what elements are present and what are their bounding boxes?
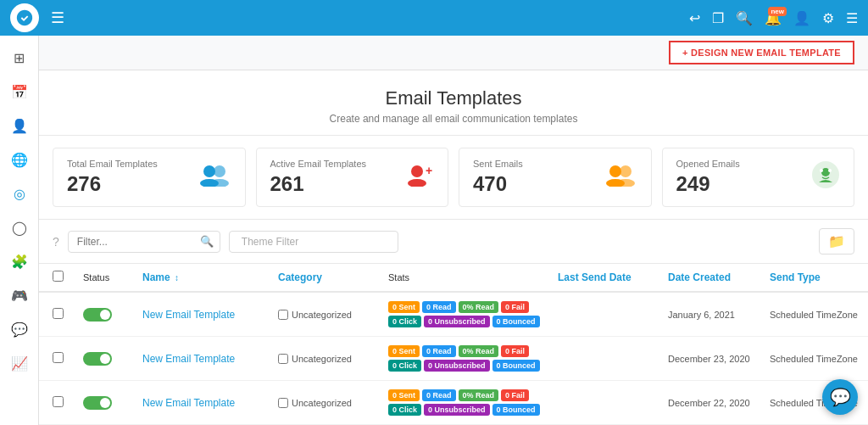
filter-help-icon[interactable]: ? [53,235,59,249]
template-name-link[interactable]: New Email Template [142,353,235,365]
stat-badge: 0 Sent [388,389,420,401]
content-area: + DESIGN NEW EMAIL TEMPLATE Email Templa… [39,36,868,425]
sidebar-item-puzzle[interactable]: 🧩 [4,246,35,277]
row-stats: 0 Sent0 Read0% Read0 Fail0 Click0 Unsubs… [388,301,558,327]
th-category[interactable]: Category [278,271,388,283]
stat-opened-emails: Opened Emails 249 [662,148,855,207]
chat-widget[interactable]: 💬 [822,379,858,415]
th-last-send[interactable]: Last Send Date [558,271,668,283]
row-select-checkbox[interactable] [53,396,64,407]
row-date-created: January 6, 2021 [668,310,770,320]
table-row: New Email Template Uncategorized 0 Sent0… [39,337,868,381]
stat-sent-emails: Sent Emails 470 [459,148,652,207]
expand-icon[interactable]: ❐ [712,10,724,26]
status-toggle[interactable] [83,308,112,322]
sidebar-item-user[interactable]: 👤 [4,110,35,141]
row-send-type: Scheduled TimeZone [770,310,868,320]
stat-total-templates: Total Email Templates 276 [53,148,246,207]
stat-badge: 0 Unsubscribed [424,316,490,327]
row-status [83,352,142,366]
select-all-checkbox[interactable] [53,271,64,282]
stat-sent-value: 470 [473,172,523,196]
category-label: Uncategorized [292,354,352,364]
svg-point-1 [214,165,225,177]
stat-badge: 0 Read [422,389,456,401]
sidebar-item-target[interactable]: ◎ [4,178,35,209]
email-templates-table: Status Name ↕ Category Stats Last Send D… [39,264,868,425]
table-header: Status Name ↕ Category Stats Last Send D… [39,264,868,293]
stat-badge: 0 Fail [501,301,529,313]
svg-text:+: + [426,164,432,177]
svg-point-14 [828,169,832,172]
folder-button[interactable]: 📁 [819,228,854,254]
sidebar-item-clock[interactable]: ◯ [4,212,35,243]
template-name-link[interactable]: New Email Template [142,309,235,321]
page-subtitle: Create and manage all email communicatio… [53,113,854,125]
new-badge: new [768,7,787,16]
filter-input[interactable] [68,231,220,253]
sidebar-item-chat[interactable]: 💬 [4,314,35,344]
category-checkbox[interactable] [278,310,288,320]
svg-point-7 [609,165,621,177]
main-layout: ⊞ 📅 👤 🌐 ◎ ◯ 🧩 🎮 💬 📈 + DESIGN NEW EMAIL T… [0,36,868,425]
row-checkbox [53,308,83,322]
stats-row: Total Email Templates 276 Active Email T… [39,136,868,220]
user-icon[interactable]: 👤 [793,10,810,26]
stat-badge: 0 Sent [388,345,420,357]
row-category: Uncategorized [278,354,388,364]
row-date-created: December 22, 2020 [668,398,770,408]
category-checkbox[interactable] [278,398,288,408]
sidebar-item-game[interactable]: 🎮 [4,280,35,310]
row-select-checkbox[interactable] [53,352,64,363]
row-category: Uncategorized [278,310,388,320]
page-title: Email Templates [53,87,854,109]
design-new-template-button[interactable]: + DESIGN NEW EMAIL TEMPLATE [669,41,854,64]
app-logo [10,3,39,32]
category-label: Uncategorized [292,310,352,320]
filter-search-icon: 🔍 [200,235,214,248]
settings-icon[interactable]: ⚙ [822,10,834,26]
sidebar-item-globe[interactable]: 🌐 [4,144,35,175]
th-name[interactable]: Name ↕ [142,271,278,283]
page-header: Email Templates Create and manage all em… [39,70,868,136]
row-checkbox [53,352,83,366]
category-label: Uncategorized [292,398,352,408]
table-row: New Email Template Uncategorized 0 Sent0… [39,293,868,337]
stat-badge: 0% Read [459,345,499,357]
nav-left: ☰ [10,3,64,32]
content-topbar: + DESIGN NEW EMAIL TEMPLATE [39,36,868,70]
theme-filter-dropdown[interactable]: Theme Filter [229,231,398,253]
notifications-icon[interactable]: 🔔 new [765,10,782,26]
hamburger-menu[interactable]: ☰ [51,8,64,27]
status-toggle[interactable] [83,352,112,366]
row-status [83,396,142,410]
stat-badge: 0 Click [388,404,421,416]
stat-active-value: 261 [270,172,367,196]
category-checkbox[interactable] [278,354,288,364]
top-navbar: ☰ ↩ ❐ 🔍 🔔 new 👤 ⚙ ☰ [0,0,868,36]
stat-badge: 0 Bounced [492,404,540,416]
row-name: New Email Template [142,396,278,409]
status-toggle[interactable] [83,396,112,410]
sidebar-item-calendar[interactable]: 📅 [4,76,35,107]
sidebar-item-chart[interactable]: 📈 [4,348,35,378]
share-icon[interactable]: ↩ [689,10,700,26]
row-date-created: December 23, 2020 [668,354,770,364]
nav-right: ↩ ❐ 🔍 🔔 new 👤 ⚙ ☰ [689,10,858,26]
th-date-created[interactable]: Date Created [668,271,770,283]
search-icon[interactable]: 🔍 [736,10,753,26]
row-stats: 0 Sent0 Read0% Read0 Fail0 Click0 Unsubs… [388,345,558,372]
stat-badge: 0 Read [422,345,456,357]
stat-badge: 0 Fail [501,345,529,357]
template-name-link[interactable]: New Email Template [142,397,235,409]
row-stats: 0 Sent0 Read0% Read0 Fail0 Click0 Unsubs… [388,389,558,416]
th-send-type[interactable]: Send Type [770,271,868,283]
stat-badge: 0% Read [459,301,499,313]
sidebar-item-grid[interactable]: ⊞ [4,42,35,73]
row-select-checkbox[interactable] [53,308,64,319]
filter-row: ? 🔍 Theme Filter 📁 [39,220,868,264]
svg-point-0 [203,165,215,177]
stat-active-icon: + [403,163,434,193]
svg-point-12 [821,168,830,176]
menu-icon[interactable]: ☰ [846,10,858,26]
